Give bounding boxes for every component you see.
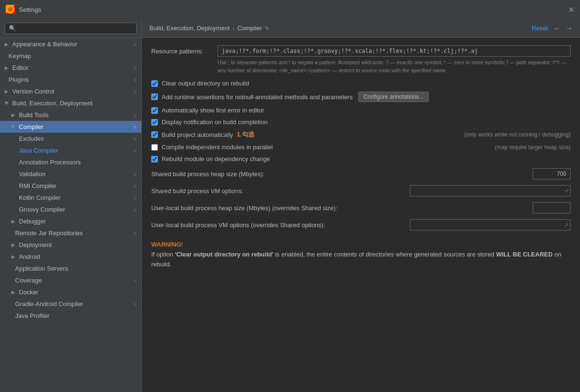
sidebar-item-label: Kotlin Compiler [19,194,61,201]
breadcrumb-actions: Reset ← → [532,25,572,32]
breadcrumb: Build, Execution, Deployment › Compiler … [142,19,580,38]
warning-emphasis2: WILL BE CLEARED [496,251,553,258]
auto-show-error-checkbox[interactable] [151,107,158,114]
sidebar: ▶ Appearance & Behavior ≡ Keymap ▶ Edito… [0,19,142,392]
breadcrumb-parent: Build, Execution, Deployment [149,25,230,32]
sidebar-item-application-servers[interactable]: Application Servers [0,263,141,274]
sidebar-item-keymap[interactable]: Keymap [0,50,141,62]
arrow-icon: ▶ [11,125,16,129]
auto-show-error-label: Automatically show first error in editor [162,107,264,114]
sidebar-item-label: Debugger [19,218,46,225]
configure-annotations-button[interactable]: Configure annotations... [358,92,429,102]
settings-icon: ≡ [134,195,137,201]
settings-icon: ≡ [134,124,137,130]
resource-patterns-hint: Use ; to separate patterns and ! to nega… [217,59,571,74]
rebuild-module-checkbox[interactable] [151,156,158,162]
edit-icon: ✎ [265,25,269,32]
window-title: Settings [19,6,41,13]
sidebar-item-label: Editor [12,64,28,71]
shared-vm-row: Shared build process VM options: ⤢ [151,185,571,196]
sidebar-item-excludes[interactable]: Excludes ≡ [0,133,141,145]
sidebar-item-groovy-compiler[interactable]: Groovy Compiler ≡ [0,204,141,215]
arrow-icon: ▶ [5,89,9,94]
sidebar-item-build-execution[interactable]: ▶ Build, Execution, Deployment [0,97,141,109]
sidebar-item-rmi-compiler[interactable]: RMI Compiler ≡ [0,180,141,192]
sidebar-item-label: Groovy Compiler [19,206,65,213]
sidebar-item-docker[interactable]: ▶ Docker [0,286,141,298]
settings-icon: ≡ [134,171,137,177]
sidebar-item-deployment[interactable]: ▶ Deployment [0,239,141,251]
add-runtime-checkbox[interactable] [151,94,158,100]
sidebar-item-label: Version Control [12,88,54,95]
sidebar-item-label: Annotation Processors [19,159,81,166]
user-vm-input[interactable] [410,219,571,230]
build-auto-label: Build project automatically [162,131,233,138]
search-box [0,19,141,38]
arrow-icon: ▶ [11,219,15,224]
sidebar-item-coverage[interactable]: Coverage ≡ [0,274,141,286]
settings-icon: ≡ [134,183,137,189]
sidebar-item-label: Build Tools [19,111,49,119]
sidebar-item-version-control[interactable]: ▶ Version Control ≡ [0,85,141,97]
shared-heap-input[interactable] [533,168,571,179]
sidebar-item-annotation-processors[interactable]: Annotation Processors [0,156,141,168]
resource-patterns-input[interactable] [217,45,571,57]
forward-button[interactable]: → [566,25,572,32]
arrow-icon: ▶ [4,102,9,105]
arrow-icon: ▶ [5,42,9,47]
main-layout: ▶ Appearance & Behavior ≡ Keymap ▶ Edito… [0,19,580,392]
compile-parallel-checkbox[interactable] [151,144,158,151]
display-notification-checkbox[interactable] [151,119,158,126]
settings-icon: ≡ [134,301,137,307]
reset-button[interactable]: Reset [532,25,548,32]
app-icon [6,5,15,14]
settings-icon: ≡ [134,42,137,47]
sidebar-item-debugger[interactable]: ▶ Debugger [0,215,141,227]
sidebar-item-validation[interactable]: Validation ≡ [0,168,141,180]
sidebar-item-java-profiler[interactable]: Java Profiler [0,310,141,322]
settings-icon: ≡ [134,65,137,71]
sidebar-item-label: Remote Jar Repositories [15,230,83,237]
user-heap-input[interactable] [533,202,571,213]
sidebar-item-label: Docker [19,289,38,296]
settings-content: Resource patterns: Use ; to separate pat… [142,38,580,392]
sidebar-item-label: Appearance & Behavior [12,41,77,48]
sidebar-item-java-compiler[interactable]: Java Compiler ≡ [0,145,141,156]
breadcrumb-current: Compiler [237,25,262,32]
clear-output-checkbox[interactable] [151,80,158,87]
warning-title: WARNING! [151,240,571,250]
search-input[interactable] [5,23,137,34]
sidebar-item-label: Java Compiler [19,147,58,154]
sidebar-item-label: Compiler [19,123,43,130]
sidebar-item-remote-jar[interactable]: Remote Jar Repositories ≡ [0,227,141,239]
sidebar-item-label: Build, Execution, Deployment [12,100,93,107]
sidebar-item-android[interactable]: ▶ Android [0,251,141,263]
settings-icon: ≡ [134,148,137,153]
settings-icon: ≡ [134,278,137,283]
sidebar-item-build-tools[interactable]: ▶ Build Tools ≡ [0,109,141,121]
resource-patterns-input-wrap: Use ; to separate patterns and ! to nega… [217,45,571,74]
sidebar-item-label: Deployment [19,241,52,248]
shared-heap-row: Shared build process heap size (Mbytes): [151,168,571,179]
title-bar: Settings ✕ [0,0,580,19]
sidebar-item-compiler[interactable]: ▶ Compiler ≡ [0,121,141,133]
checkbox-build-auto: Build project automatically 1.勾选 (only w… [151,130,571,139]
sidebar-item-kotlin-compiler[interactable]: Kotlin Compiler ≡ [0,192,141,204]
breadcrumb-separator: › [233,25,234,32]
sidebar-item-plugins[interactable]: Plugins ≡ [0,74,141,85]
sidebar-item-gradle-android[interactable]: Gradle-Android Compiler ≡ [0,298,141,310]
settings-icon: ≡ [134,230,137,236]
user-vm-row: User-local build process VM options (ove… [151,219,571,230]
sidebar-item-editor[interactable]: ▶ Editor ≡ [0,62,141,74]
checkbox-display-notification: Display notification on build completion [151,119,571,126]
sidebar-item-label: Plugins [9,76,29,83]
settings-icon: ≡ [134,77,137,83]
sidebar-item-label: Validation [19,170,45,178]
back-button[interactable]: ← [554,25,560,32]
sidebar-item-label: Java Profiler [15,312,49,319]
build-auto-checkbox[interactable] [151,131,158,138]
sidebar-item-appearance[interactable]: ▶ Appearance & Behavior ≡ [0,38,141,50]
sidebar-item-label: Android [19,253,40,260]
close-button[interactable]: ✕ [568,5,574,14]
shared-vm-input[interactable] [410,185,571,196]
